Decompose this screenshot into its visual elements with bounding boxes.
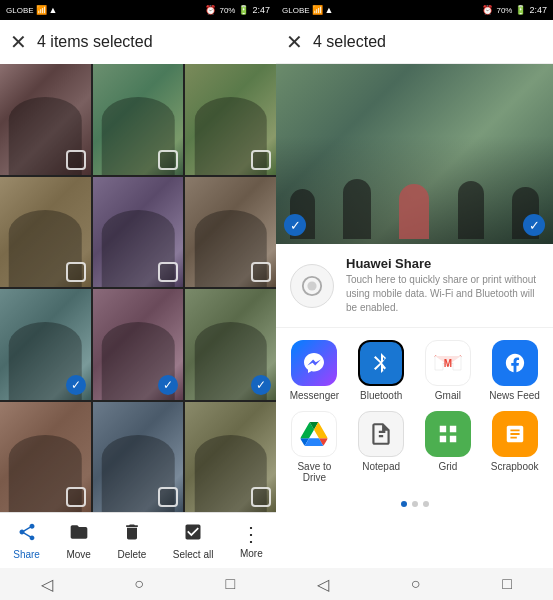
photo-checkmark[interactable]: ✓ [66,375,86,395]
right-close-button[interactable]: ✕ [286,30,303,54]
grid-app-item[interactable]: Grid [420,411,477,483]
more-icon: ⋮ [241,522,261,546]
delete-label: Delete [117,549,146,560]
share-icon [17,522,37,547]
more-label: More [240,548,263,559]
select-all-label: Select all [173,549,214,560]
move-button[interactable]: Move [66,522,90,560]
photo-checkbox[interactable] [158,262,178,282]
photo-cell[interactable] [185,64,276,175]
page-dots [276,495,553,513]
right-nav-bar: ◁ ○ □ [276,568,553,600]
bluetooth-label: Bluetooth [360,390,402,401]
figure [399,184,429,239]
dot-3 [423,501,429,507]
photo-cell[interactable] [185,177,276,288]
bluetooth-icon [358,340,404,386]
scrapbook-app-item[interactable]: Scrapbook [486,411,543,483]
scrapbook-label: Scrapbook [491,461,539,472]
photo-checkbox[interactable] [66,487,86,507]
home-nav-icon[interactable]: ○ [134,575,144,593]
drive-label: Save to Drive [286,461,343,483]
photo-cell[interactable] [93,177,184,288]
newsfeed-app-item[interactable]: News Feed [486,340,543,401]
right-status-bar: GLOBE 📶 ▲ ⏰ 70% 🔋 2:47 [276,0,553,20]
notepad-app-item[interactable]: Notepad [353,411,410,483]
share-button[interactable]: Share [13,522,40,560]
right-signal-icon: 📶 [312,5,323,15]
photo-checkbox[interactable] [66,262,86,282]
right-carrier-text: GLOBE [282,6,310,15]
bluetooth-app-item[interactable]: Bluetooth [353,340,410,401]
newsfeed-label: News Feed [489,390,540,401]
right-title: 4 selected [313,33,386,51]
grid-label: Grid [438,461,457,472]
photo-checkbox[interactable] [66,150,86,170]
photo-cell[interactable] [0,64,91,175]
right-recents-nav-icon[interactable]: □ [502,575,512,593]
close-button[interactable]: ✕ [10,30,27,54]
delete-icon [122,522,142,547]
figure-group [276,64,553,244]
left-panel: GLOBE 📶 ▲ ⏰ 70% 🔋 2:47 ✕ 4 items selecte… [0,0,276,600]
svg-text:M: M [444,358,452,369]
battery-text: 70% [219,6,235,15]
share-label: Share [13,549,40,560]
back-nav-icon[interactable]: ◁ [41,575,53,594]
photo-cell[interactable]: ✓ [0,289,91,400]
right-top-bar: ✕ 4 selected [276,20,553,64]
photo-cell[interactable] [0,402,91,513]
huawei-share-title: Huawei Share [346,256,539,271]
huawei-share-row[interactable]: Huawei Share Touch here to quickly share… [276,244,553,328]
recents-nav-icon[interactable]: □ [226,575,236,593]
right-battery-icon: 🔋 [515,5,526,15]
wifi-icon: ▲ [49,5,58,15]
photo-cell[interactable] [0,177,91,288]
dot-2 [412,501,418,507]
left-status-bar: GLOBE 📶 ▲ ⏰ 70% 🔋 2:47 [0,0,276,20]
gmail-label: Gmail [435,390,461,401]
drive-icon [291,411,337,457]
photo-checkbox[interactable] [251,262,271,282]
photo-checkmark[interactable]: ✓ [158,375,178,395]
messenger-app-item[interactable]: Messenger [286,340,343,401]
figure [458,181,484,239]
newsfeed-icon [492,340,538,386]
gmail-icon: M [425,340,471,386]
right-home-nav-icon[interactable]: ○ [411,575,421,593]
dot-1 [401,501,407,507]
right-carrier: GLOBE 📶 ▲ [282,5,334,15]
notepad-label: Notepad [362,461,400,472]
photo-cell[interactable] [93,402,184,513]
photo-cell[interactable]: ✓ [185,289,276,400]
battery-icon: 🔋 [238,5,249,15]
photo-checkbox[interactable] [251,487,271,507]
photo-cell[interactable]: ✓ [93,289,184,400]
photo-checkbox[interactable] [251,150,271,170]
photo-checkbox[interactable] [158,487,178,507]
selected-checkmark-left: ✓ [284,214,306,236]
drive-app-item[interactable]: Save to Drive [286,411,343,483]
right-back-nav-icon[interactable]: ◁ [317,575,329,594]
right-battery-text: 70% [496,6,512,15]
grid-icon [425,411,471,457]
signal-icon: 📶 [36,5,47,15]
photo-cell[interactable] [93,64,184,175]
huawei-share-text: Huawei Share Touch here to quickly share… [346,256,539,315]
selected-image-preview: ✓ ✓ [276,64,553,244]
select-all-icon [183,522,203,547]
carrier-text: GLOBE [6,6,34,15]
move-icon [69,522,89,547]
delete-button[interactable]: Delete [117,522,146,560]
photo-cell[interactable] [185,402,276,513]
more-button[interactable]: ⋮ More [240,522,263,559]
time-left: 2:47 [252,5,270,15]
select-all-button[interactable]: Select all [173,522,214,560]
gmail-app-item[interactable]: M Gmail [420,340,477,401]
photo-checkbox[interactable] [158,150,178,170]
right-alarm-icon: ⏰ [482,5,493,15]
photo-grid: ✓ ✓ ✓ [0,64,276,512]
photo-checkmark[interactable]: ✓ [251,375,271,395]
right-wifi-icon: ▲ [325,5,334,15]
right-status-icons: ⏰ 70% 🔋 2:47 [482,5,547,15]
